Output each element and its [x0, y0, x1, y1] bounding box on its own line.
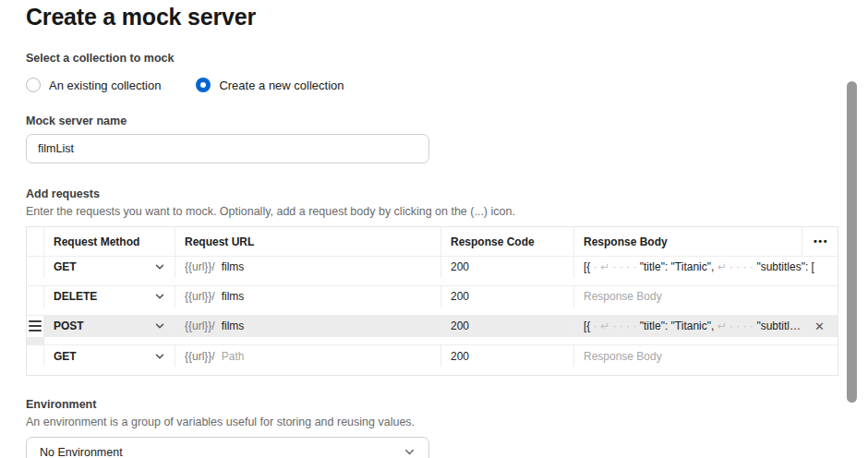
- url-prefix: {{url}}/: [185, 319, 215, 332]
- whitespace-glyphs: · ↵ · · · ·: [590, 260, 639, 273]
- create-mock-server-page: Create a mock server Select a collection…: [0, 0, 842, 458]
- mock-server-name-input[interactable]: [26, 134, 429, 163]
- table-row: DELETE {{url}}/ films 200 Response Body: [27, 286, 838, 316]
- chevron-down-icon: [154, 291, 165, 302]
- environment-helper: An environment is a group of variables u…: [26, 416, 842, 428]
- row-actions-cell: [27, 367, 44, 375]
- url-input[interactable]: {{url}}/ films: [175, 286, 441, 307]
- environment-select[interactable]: No Environment: [26, 437, 429, 458]
- header-request-method: Request Method: [44, 227, 175, 256]
- row-actions-cell: [27, 278, 44, 286]
- response-code-input[interactable]: 200: [441, 257, 574, 278]
- row-actions-cell: [27, 307, 44, 316]
- method-value: GET: [54, 350, 77, 363]
- page-title: Create a mock server: [26, 4, 842, 30]
- add-requests-label: Add requests: [26, 187, 842, 200]
- ellipsis-menu-icon[interactable]: •••: [812, 236, 828, 247]
- header-response-body: Response Body: [574, 227, 802, 256]
- method-value: GET: [54, 260, 77, 273]
- table-row: GET {{url}}/ Path 200 Response Body: [27, 345, 838, 375]
- add-requests-helper: Enter the requests you want to mock. Opt…: [26, 205, 842, 218]
- drag-handle-cell: [27, 316, 44, 337]
- collection-radio-group: An existing collection Create a new coll…: [26, 77, 842, 93]
- response-code-input[interactable]: 200: [441, 286, 574, 307]
- response-body-text: [{ · ↵ · · · · "title": "Titanic", ↵ · ·…: [584, 260, 828, 273]
- select-collection-label: Select a collection to mock: [26, 52, 842, 65]
- whitespace-glyphs: ↵ · · · ·: [714, 260, 756, 273]
- radio-new-collection-label: Create a new collection: [219, 78, 344, 92]
- chevron-down-icon: [154, 320, 165, 331]
- url-prefix: {{url}}/: [185, 290, 215, 303]
- response-body-placeholder: Response Body: [584, 350, 828, 363]
- drag-handle-cell: [27, 257, 44, 278]
- radio-selected-icon[interactable]: [196, 78, 211, 92]
- url-input[interactable]: {{url}}/ films: [175, 257, 441, 278]
- url-value: films: [222, 319, 245, 332]
- method-dropdown[interactable]: GET: [44, 345, 175, 367]
- requests-table: Request Method Request URL Response Code…: [26, 226, 838, 376]
- header-response-code: Response Code: [441, 227, 574, 256]
- response-body-input[interactable]: Response Body: [574, 345, 838, 367]
- chevron-down-icon: [154, 351, 165, 362]
- response-body-input[interactable]: [{ · ↵ · · · · "title": "Titanic", ↵ · ·…: [574, 316, 838, 337]
- response-body-text: [{ · ↵ · · · · "title": "Titanic", ↵ · ·…: [584, 319, 805, 332]
- method-dropdown[interactable]: DELETE: [44, 286, 175, 307]
- url-prefix: {{url}}/: [185, 350, 215, 363]
- header-drag-column: [27, 227, 44, 256]
- environment-selected-value: No Environment: [40, 446, 123, 458]
- url-prefix: {{url}}/: [185, 260, 215, 273]
- url-placeholder: Path: [222, 350, 245, 363]
- method-value: POST: [54, 319, 84, 332]
- response-body-placeholder: Response Body: [584, 290, 828, 303]
- table-header-row: Request Method Request URL Response Code…: [27, 227, 838, 257]
- method-dropdown[interactable]: GET: [44, 257, 175, 278]
- response-body-input[interactable]: [{ · ↵ · · · · "title": "Titanic", ↵ · ·…: [574, 257, 838, 278]
- table-row: GET {{url}}/ films 200 [{ · ↵ · · · · "t…: [27, 257, 838, 286]
- radio-new-collection[interactable]: Create a new collection: [196, 78, 344, 92]
- drag-handle-cell: [27, 345, 44, 367]
- whitespace-glyphs: ↵ · · · ·: [714, 319, 756, 332]
- response-code-input[interactable]: 200: [441, 345, 574, 367]
- url-input[interactable]: {{url}}/ films: [175, 316, 441, 337]
- method-value: DELETE: [54, 290, 97, 303]
- drag-handle-cell: [27, 286, 44, 307]
- method-dropdown[interactable]: POST: [44, 316, 175, 337]
- url-input[interactable]: {{url}}/ Path: [175, 345, 441, 367]
- mock-server-name-label: Mock server name: [26, 114, 842, 127]
- url-value: films: [222, 290, 245, 303]
- response-code-input[interactable]: 200: [441, 316, 574, 337]
- drag-handle-icon[interactable]: [29, 320, 42, 331]
- whitespace-glyphs: · ↵ · · · ·: [590, 319, 639, 332]
- chevron-down-icon: [404, 446, 416, 458]
- chevron-down-icon: [154, 261, 165, 272]
- environment-label: Environment: [26, 398, 842, 411]
- response-body-input[interactable]: Response Body: [574, 286, 838, 307]
- table-row-hovered: POST {{url}}/ films 200 [{ · ↵ · · · · "…: [27, 316, 838, 345]
- table-options-button[interactable]: •••: [802, 227, 838, 256]
- header-request-url: Request URL: [175, 227, 441, 256]
- remove-row-icon[interactable]: ✕: [805, 320, 828, 332]
- vertical-scrollbar-thumb[interactable]: [847, 81, 857, 403]
- radio-existing-collection[interactable]: An existing collection: [26, 78, 161, 92]
- radio-unselected-icon[interactable]: [26, 78, 41, 92]
- radio-existing-collection-label: An existing collection: [49, 78, 161, 92]
- url-value: films: [222, 260, 245, 273]
- row-actions-cell: [27, 337, 44, 345]
